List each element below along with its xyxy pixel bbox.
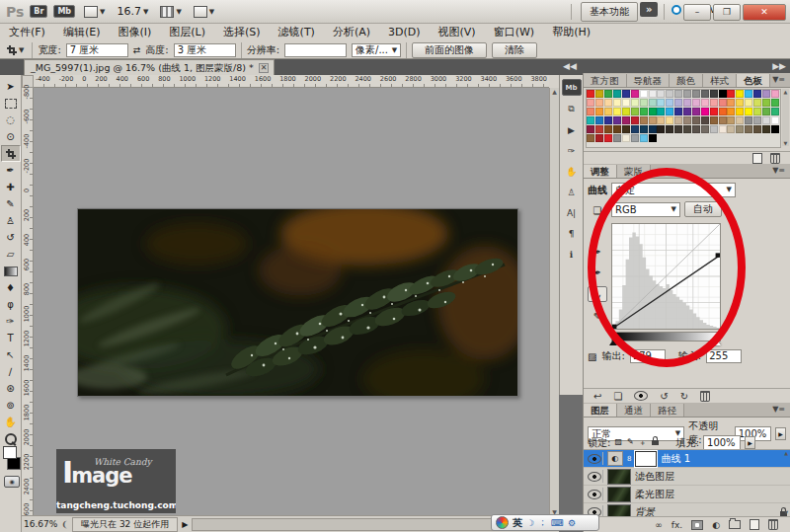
color-swatch[interactable]: [692, 108, 700, 115]
tool-button[interactable]: ⊙: [1, 128, 21, 145]
ime-fullhalf-icon[interactable]: ☽: [526, 518, 534, 528]
panel-tab[interactable]: 样式: [703, 74, 737, 87]
layers-footer-icon[interactable]: [729, 520, 741, 529]
color-swatch[interactable]: [649, 108, 657, 115]
lock-icon[interactable]: ✎: [627, 437, 634, 448]
color-swatch[interactable]: [674, 116, 682, 124]
white-point-slider[interactable]: [713, 340, 721, 345]
color-swatch[interactable]: [666, 90, 673, 98]
panel-tab[interactable]: 色板: [737, 74, 770, 87]
visibility-toggle[interactable]: [587, 452, 603, 465]
color-swatch[interactable]: [595, 125, 603, 133]
menu-item[interactable]: 图像(I): [109, 24, 160, 41]
new-swatch-icon[interactable]: [752, 153, 762, 164]
color-swatch[interactable]: [771, 90, 779, 98]
color-swatch[interactable]: [683, 99, 691, 107]
color-swatch[interactable]: [604, 125, 612, 133]
tool-button[interactable]: ✋: [1, 414, 21, 430]
layers-footer-icon[interactable]: [691, 520, 703, 530]
color-swatch[interactable]: [753, 108, 761, 115]
layers-footer-icon[interactable]: [768, 519, 778, 530]
color-swatch[interactable]: [604, 134, 612, 142]
close-button[interactable]: ✕: [743, 4, 786, 21]
adjustment-tool-icon[interactable]: ✒: [589, 224, 606, 238]
tool-button[interactable]: ♦: [1, 279, 21, 296]
layer-row[interactable]: 8 滤色图层: [584, 468, 790, 486]
color-swatch[interactable]: [771, 125, 779, 133]
color-swatch[interactable]: [762, 125, 770, 133]
color-swatch[interactable]: [692, 99, 700, 107]
color-swatch[interactable]: [595, 108, 603, 115]
layer-thumbnail[interactable]: ◐: [607, 451, 623, 466]
foreground-color[interactable]: [3, 446, 17, 459]
ime-language-toggle[interactable]: 英: [513, 516, 522, 530]
color-swatch[interactable]: [692, 116, 700, 124]
tool-button[interactable]: [1, 95, 21, 112]
tool-button[interactable]: ✑: [1, 313, 21, 330]
color-swatch[interactable]: [604, 116, 612, 124]
menu-item[interactable]: 分析(A): [324, 24, 379, 41]
dock-panel-icon[interactable]: ♙: [563, 185, 581, 199]
color-swatch[interactable]: [666, 116, 673, 124]
color-swatch[interactable]: [701, 90, 709, 98]
fill-field[interactable]: 100%: [703, 435, 741, 450]
tool-button[interactable]: ∕: [1, 363, 21, 380]
input-method-bar[interactable]: 英 ☽ ； ⌨ ⚙: [491, 514, 599, 531]
color-swatch[interactable]: [587, 99, 594, 107]
color-swatch[interactable]: [719, 116, 727, 124]
foreground-background-colors[interactable]: [3, 446, 21, 470]
color-swatch[interactable]: [719, 90, 727, 98]
color-swatch[interactable]: [595, 90, 603, 98]
color-swatch[interactable]: [595, 134, 603, 142]
color-swatch[interactable]: [613, 125, 621, 133]
clear-button[interactable]: 清除: [492, 42, 537, 58]
color-swatch[interactable]: [640, 134, 648, 142]
color-swatch[interactable]: [622, 116, 630, 124]
black-point-slider[interactable]: [609, 340, 617, 345]
io-toggle-icon[interactable]: ▨: [588, 351, 596, 362]
color-swatch[interactable]: [631, 108, 639, 115]
menu-item[interactable]: 视图(V): [430, 24, 485, 41]
color-swatch[interactable]: [587, 116, 594, 124]
menu-item[interactable]: 窗口(W): [485, 24, 543, 41]
dock-panel-icon[interactable]: ⧉: [563, 102, 581, 116]
adjustment-tool-icon[interactable]: ✎: [589, 309, 606, 323]
tool-button[interactable]: ↺: [1, 229, 21, 246]
color-swatch[interactable]: [631, 134, 639, 142]
color-swatch[interactable]: [719, 125, 727, 133]
color-swatch[interactable]: [604, 99, 612, 107]
ime-keyboard-icon[interactable]: ⌨: [551, 518, 564, 528]
color-swatch[interactable]: [727, 90, 735, 98]
color-swatch[interactable]: [710, 116, 718, 124]
color-swatch[interactable]: [674, 99, 682, 107]
layers-footer-icon[interactable]: ◐: [712, 520, 720, 530]
color-swatch[interactable]: [736, 108, 744, 115]
color-swatch[interactable]: [736, 116, 744, 124]
color-swatch[interactable]: [745, 108, 752, 115]
bridge-icon[interactable]: Br: [30, 5, 47, 18]
menu-item[interactable]: 编辑(E): [54, 24, 110, 41]
color-swatch[interactable]: [622, 99, 630, 107]
dock-panel-icon[interactable]: Mb: [562, 79, 582, 96]
tool-button[interactable]: ✚: [1, 179, 21, 195]
color-swatch[interactable]: [683, 116, 691, 124]
color-swatch[interactable]: [587, 134, 594, 142]
color-swatch[interactable]: [666, 99, 673, 107]
color-swatch[interactable]: [595, 99, 603, 107]
color-swatch[interactable]: [649, 99, 657, 107]
collapse-dock-icon[interactable]: ◀◀: [563, 61, 577, 71]
channel-dropdown[interactable]: RGB▼: [611, 202, 680, 217]
color-swatch[interactable]: [622, 108, 630, 115]
color-swatch[interactable]: [640, 108, 648, 115]
color-swatch[interactable]: [657, 125, 665, 133]
ime-punctuation-icon[interactable]: ；: [538, 516, 547, 529]
color-swatch[interactable]: [692, 90, 700, 98]
color-swatch[interactable]: [762, 99, 770, 107]
color-swatch[interactable]: [613, 108, 621, 115]
color-swatch[interactable]: [587, 108, 594, 115]
layer-thumbnail[interactable]: [607, 504, 631, 518]
layer-mask-thumbnail[interactable]: [635, 451, 657, 467]
layer-name[interactable]: 曲线 1: [661, 452, 690, 466]
lock-icon[interactable]: ＋: [639, 437, 647, 448]
panel-tab[interactable]: 通道: [617, 404, 651, 417]
